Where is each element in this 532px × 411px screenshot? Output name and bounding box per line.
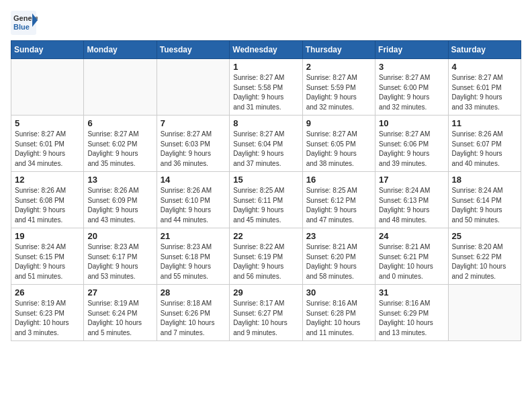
weekday-header-wednesday: Wednesday: [230, 41, 302, 59]
day-number: 16: [306, 175, 371, 185]
day-info: Sunrise: 8:27 AM Sunset: 5:59 PM Dayligh…: [306, 73, 371, 112]
weekday-header-monday: Monday: [84, 41, 157, 59]
calendar-cell: 6Sunrise: 8:27 AM Sunset: 6:02 PM Daylig…: [84, 116, 157, 172]
calendar-cell: 2Sunrise: 8:27 AM Sunset: 5:59 PM Daylig…: [302, 59, 375, 116]
day-number: 1: [233, 62, 298, 72]
day-number: 5: [15, 118, 80, 128]
day-number: 7: [161, 118, 226, 128]
calendar-cell: [157, 59, 229, 116]
day-info: Sunrise: 8:26 AM Sunset: 6:08 PM Dayligh…: [15, 186, 80, 225]
day-number: 11: [452, 118, 517, 128]
day-number: 27: [87, 287, 152, 298]
calendar-cell: 19Sunrise: 8:24 AM Sunset: 6:15 PM Dayli…: [11, 228, 84, 285]
day-info: Sunrise: 8:22 AM Sunset: 6:19 PM Dayligh…: [233, 242, 298, 281]
day-number: 4: [452, 62, 517, 72]
day-number: 14: [161, 175, 226, 185]
calendar-cell: 14Sunrise: 8:26 AM Sunset: 6:10 PM Dayli…: [157, 172, 229, 228]
calendar-cell: 25Sunrise: 8:20 AM Sunset: 6:22 PM Dayli…: [448, 228, 521, 285]
day-info: Sunrise: 8:27 AM Sunset: 6:01 PM Dayligh…: [452, 73, 517, 112]
calendar-cell: 8Sunrise: 8:27 AM Sunset: 6:04 PM Daylig…: [230, 116, 302, 172]
day-info: Sunrise: 8:24 AM Sunset: 6:14 PM Dayligh…: [452, 186, 517, 225]
day-info: Sunrise: 8:27 AM Sunset: 6:05 PM Dayligh…: [306, 130, 371, 169]
calendar-cell: 1Sunrise: 8:27 AM Sunset: 5:58 PM Daylig…: [230, 59, 302, 116]
day-info: Sunrise: 8:27 AM Sunset: 6:00 PM Dayligh…: [379, 73, 444, 112]
day-number: 21: [161, 231, 226, 241]
day-number: 10: [379, 118, 444, 128]
day-info: Sunrise: 8:27 AM Sunset: 6:03 PM Dayligh…: [161, 130, 226, 169]
day-info: Sunrise: 8:27 AM Sunset: 6:04 PM Dayligh…: [233, 130, 298, 169]
day-number: 18: [452, 175, 517, 185]
day-info: Sunrise: 8:26 AM Sunset: 6:10 PM Dayligh…: [161, 186, 226, 225]
calendar-cell: 16Sunrise: 8:25 AM Sunset: 6:12 PM Dayli…: [302, 172, 375, 228]
day-number: 28: [161, 287, 226, 298]
day-info: Sunrise: 8:19 AM Sunset: 6:23 PM Dayligh…: [15, 299, 80, 338]
day-info: Sunrise: 8:26 AM Sunset: 6:07 PM Dayligh…: [452, 130, 517, 169]
day-info: Sunrise: 8:24 AM Sunset: 6:15 PM Dayligh…: [15, 242, 80, 281]
day-info: Sunrise: 8:18 AM Sunset: 6:26 PM Dayligh…: [161, 299, 226, 338]
day-number: 15: [233, 175, 298, 185]
calendar-cell: 30Sunrise: 8:16 AM Sunset: 6:28 PM Dayli…: [302, 285, 375, 341]
day-info: Sunrise: 8:25 AM Sunset: 6:11 PM Dayligh…: [233, 186, 298, 225]
day-number: 25: [452, 231, 517, 241]
weekday-header-sunday: Sunday: [11, 41, 84, 59]
day-info: Sunrise: 8:23 AM Sunset: 6:18 PM Dayligh…: [161, 242, 226, 281]
day-info: Sunrise: 8:27 AM Sunset: 6:01 PM Dayligh…: [15, 130, 80, 169]
day-info: Sunrise: 8:21 AM Sunset: 6:20 PM Dayligh…: [306, 242, 371, 281]
day-number: 13: [87, 175, 152, 185]
day-number: 12: [15, 175, 80, 185]
calendar-cell: 28Sunrise: 8:18 AM Sunset: 6:26 PM Dayli…: [157, 285, 229, 341]
calendar-cell: [448, 285, 521, 341]
calendar-week-row: 12Sunrise: 8:26 AM Sunset: 6:08 PM Dayli…: [11, 172, 521, 228]
calendar-cell: 5Sunrise: 8:27 AM Sunset: 6:01 PM Daylig…: [11, 116, 84, 172]
calendar-week-row: 19Sunrise: 8:24 AM Sunset: 6:15 PM Dayli…: [11, 228, 521, 285]
calendar-cell: 29Sunrise: 8:17 AM Sunset: 6:27 PM Dayli…: [230, 285, 302, 341]
weekday-header-row: SundayMondayTuesdayWednesdayThursdayFrid…: [11, 41, 521, 59]
calendar-cell: 9Sunrise: 8:27 AM Sunset: 6:05 PM Daylig…: [302, 116, 375, 172]
day-number: 9: [306, 118, 371, 128]
day-number: 2: [306, 62, 371, 72]
day-info: Sunrise: 8:20 AM Sunset: 6:22 PM Dayligh…: [452, 242, 517, 281]
svg-text:Blue: Blue: [13, 23, 30, 31]
calendar-cell: 21Sunrise: 8:23 AM Sunset: 6:18 PM Dayli…: [157, 228, 229, 285]
day-info: Sunrise: 8:17 AM Sunset: 6:27 PM Dayligh…: [233, 299, 298, 338]
logo-svg: General Blue: [11, 11, 38, 35]
day-info: Sunrise: 8:27 AM Sunset: 6:06 PM Dayligh…: [379, 130, 444, 169]
calendar-cell: 27Sunrise: 8:19 AM Sunset: 6:24 PM Dayli…: [84, 285, 157, 341]
calendar-cell: 23Sunrise: 8:21 AM Sunset: 6:20 PM Dayli…: [302, 228, 375, 285]
calendar-week-row: 5Sunrise: 8:27 AM Sunset: 6:01 PM Daylig…: [11, 116, 521, 172]
calendar-cell: 11Sunrise: 8:26 AM Sunset: 6:07 PM Dayli…: [448, 116, 521, 172]
day-info: Sunrise: 8:19 AM Sunset: 6:24 PM Dayligh…: [87, 299, 152, 338]
day-number: 26: [15, 287, 80, 298]
weekday-header-tuesday: Tuesday: [157, 41, 229, 59]
day-number: 6: [87, 118, 152, 128]
day-info: Sunrise: 8:27 AM Sunset: 6:02 PM Dayligh…: [87, 130, 152, 169]
calendar-cell: [11, 59, 84, 116]
day-number: 8: [233, 118, 298, 128]
calendar-cell: 12Sunrise: 8:26 AM Sunset: 6:08 PM Dayli…: [11, 172, 84, 228]
calendar-cell: 15Sunrise: 8:25 AM Sunset: 6:11 PM Dayli…: [230, 172, 302, 228]
day-info: Sunrise: 8:23 AM Sunset: 6:17 PM Dayligh…: [87, 242, 152, 281]
day-info: Sunrise: 8:26 AM Sunset: 6:09 PM Dayligh…: [87, 186, 152, 225]
day-number: 29: [233, 287, 298, 298]
calendar-cell: 24Sunrise: 8:21 AM Sunset: 6:21 PM Dayli…: [375, 228, 448, 285]
calendar-cell: 13Sunrise: 8:26 AM Sunset: 6:09 PM Dayli…: [84, 172, 157, 228]
day-number: 19: [15, 231, 80, 241]
calendar-cell: 7Sunrise: 8:27 AM Sunset: 6:03 PM Daylig…: [157, 116, 229, 172]
weekday-header-friday: Friday: [375, 41, 448, 59]
day-info: Sunrise: 8:21 AM Sunset: 6:21 PM Dayligh…: [379, 242, 444, 281]
calendar-cell: 10Sunrise: 8:27 AM Sunset: 6:06 PM Dayli…: [375, 116, 448, 172]
calendar-table: SundayMondayTuesdayWednesdayThursdayFrid…: [11, 40, 521, 341]
day-number: 3: [379, 62, 444, 72]
day-number: 22: [233, 231, 298, 241]
page-header: General Blue: [11, 11, 521, 35]
calendar-cell: 31Sunrise: 8:16 AM Sunset: 6:29 PM Dayli…: [375, 285, 448, 341]
calendar-cell: 26Sunrise: 8:19 AM Sunset: 6:23 PM Dayli…: [11, 285, 84, 341]
logo: General Blue: [11, 11, 38, 35]
day-number: 24: [379, 231, 444, 241]
day-info: Sunrise: 8:25 AM Sunset: 6:12 PM Dayligh…: [306, 186, 371, 225]
day-info: Sunrise: 8:16 AM Sunset: 6:29 PM Dayligh…: [379, 299, 444, 338]
calendar-cell: 22Sunrise: 8:22 AM Sunset: 6:19 PM Dayli…: [230, 228, 302, 285]
calendar-cell: 18Sunrise: 8:24 AM Sunset: 6:14 PM Dayli…: [448, 172, 521, 228]
day-number: 30: [306, 287, 371, 298]
day-info: Sunrise: 8:24 AM Sunset: 6:13 PM Dayligh…: [379, 186, 444, 225]
